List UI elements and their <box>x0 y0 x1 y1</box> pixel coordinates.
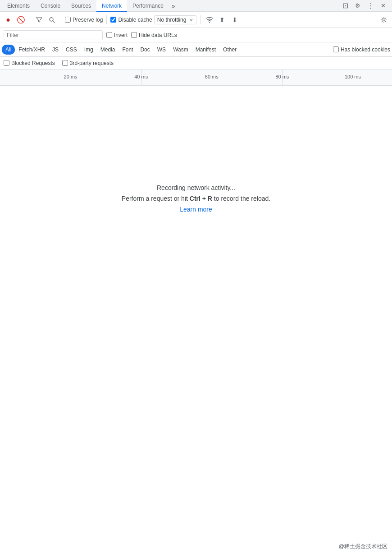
extra-filter-row: Blocked Requests 3rd-party requests <box>0 57 392 69</box>
learn-more-link[interactable]: Learn more <box>180 206 212 213</box>
desc-shortcut: Ctrl + R <box>190 195 212 202</box>
more-icon-button[interactable]: ⋮ <box>365 0 376 11</box>
disable-cache-checkbox-wrap[interactable]: Disable cache <box>110 17 152 23</box>
throttle-label: No throttling <box>157 17 187 23</box>
disable-cache-checkbox[interactable] <box>110 17 116 23</box>
timeline-tick-label: 40 ms <box>134 74 148 79</box>
type-btn-wasm[interactable]: Wasm <box>169 45 192 55</box>
type-btn-doc[interactable]: Doc <box>137 45 153 55</box>
clear-button[interactable]: 🚫 <box>15 14 26 25</box>
tab-sources[interactable]: Sources <box>66 0 96 12</box>
type-filter-right: Has blocked cookies <box>333 46 390 53</box>
timeline-tick-label: 20 ms <box>64 74 77 79</box>
search-icon <box>49 17 55 23</box>
upload-icon[interactable]: ⬆ <box>217 14 228 25</box>
empty-state: Recording network activity... Perform a … <box>0 86 392 311</box>
disable-cache-label: Disable cache <box>118 17 152 23</box>
preserve-log-checkbox-wrap[interactable]: Preserve log <box>65 17 103 23</box>
search-button[interactable] <box>46 14 57 25</box>
toolbar-sep-1 <box>30 15 30 24</box>
tab-console[interactable]: Console <box>35 0 66 12</box>
desc-after: to record the reload. <box>212 195 270 202</box>
invert-checkbox[interactable] <box>106 32 112 38</box>
svg-line-1 <box>53 21 55 23</box>
tab-performance[interactable]: Performance <box>127 0 169 12</box>
tab-elements[interactable]: Elements <box>2 0 35 12</box>
record-button[interactable]: ● <box>3 14 14 25</box>
type-btn-media[interactable]: Media <box>97 45 119 55</box>
network-toolbar: ● 🚫 Preserve log Disable cache No thrott… <box>0 12 392 28</box>
svg-point-2 <box>209 22 210 23</box>
timeline-tick-label: 80 ms <box>275 74 289 79</box>
desc-before: Perform a request or hit <box>122 195 190 202</box>
download-icon[interactable]: ⬇ <box>229 14 240 25</box>
settings-icon-button[interactable]: ⚙ <box>352 0 363 11</box>
recording-title: Recording network activity... <box>157 184 235 191</box>
type-btn-ws[interactable]: WS <box>154 45 169 55</box>
third-party-label: 3rd-party requests <box>70 60 114 66</box>
tab-network[interactable]: Network <box>96 0 127 12</box>
settings-gear-icon <box>381 17 387 23</box>
wifi-icon[interactable] <box>204 14 215 25</box>
tab-bar: Elements Console Sources Network Perform… <box>0 0 392 12</box>
third-party-checkbox[interactable] <box>62 60 68 66</box>
type-filter-row: All Fetch/XHR JS CSS Img Media Font Doc … <box>0 42 392 57</box>
type-btn-css[interactable]: CSS <box>62 45 81 55</box>
third-party-wrap[interactable]: 3rd-party requests <box>62 60 114 66</box>
close-icon-button[interactable]: ✕ <box>378 0 388 11</box>
type-btn-other[interactable]: Other <box>219 45 240 55</box>
hide-data-urls-checkbox[interactable] <box>131 32 137 38</box>
chevron-down-icon <box>189 18 193 22</box>
tab-more-button[interactable]: » <box>169 2 178 9</box>
toolbar-sep-4 <box>200 15 201 24</box>
wifi-signal-icon <box>205 17 214 23</box>
timeline-header: 20 ms40 ms60 ms80 ms100 ms <box>0 69 392 86</box>
tab-right-icons: ⊡ ⚙ ⋮ ✕ <box>340 0 390 11</box>
hide-data-urls-checkbox-wrap[interactable]: Hide data URLs <box>131 32 177 38</box>
dock-icon-button[interactable]: ⊡ <box>340 0 351 11</box>
type-btn-js[interactable]: JS <box>49 45 62 55</box>
blocked-requests-checkbox[interactable] <box>4 60 9 66</box>
invert-checkbox-wrap[interactable]: Invert <box>106 32 128 38</box>
type-btn-fetch-xhr[interactable]: Fetch/XHR <box>15 45 49 55</box>
invert-label: Invert <box>114 32 128 38</box>
type-btn-font[interactable]: Font <box>119 45 137 55</box>
has-blocked-cookies-wrap[interactable]: Has blocked cookies <box>333 46 390 53</box>
svg-point-0 <box>50 18 53 21</box>
hide-data-urls-label: Hide data URLs <box>139 32 177 38</box>
filter-row: Invert Hide data URLs <box>0 28 392 42</box>
type-btn-all[interactable]: All <box>2 45 15 55</box>
filter-input-wrap[interactable] <box>4 30 103 40</box>
svg-point-3 <box>383 18 385 21</box>
has-blocked-cookies-label: Has blocked cookies <box>341 46 390 53</box>
timeline-tick-label: 60 ms <box>205 74 219 79</box>
preserve-log-checkbox[interactable] <box>65 17 71 23</box>
filter-icon <box>36 17 42 23</box>
watermark: @稀土掘金技术社区 <box>339 543 387 550</box>
type-btn-manifest[interactable]: Manifest <box>192 45 219 55</box>
empty-state-desc: Perform a request or hit Ctrl + R to rec… <box>122 195 270 202</box>
blocked-requests-label: Blocked Requests <box>11 60 55 66</box>
timeline-tick-label: 100 ms <box>345 74 361 79</box>
preserve-log-label: Preserve log <box>73 17 103 23</box>
toolbar-sep-3 <box>106 15 107 24</box>
throttle-select[interactable]: No throttling <box>154 15 197 24</box>
toolbar-sep-2 <box>61 15 61 24</box>
has-blocked-cookies-checkbox[interactable] <box>333 46 339 52</box>
network-settings-button[interactable] <box>378 14 389 25</box>
type-btn-img[interactable]: Img <box>81 45 97 55</box>
blocked-requests-wrap[interactable]: Blocked Requests <box>4 60 55 66</box>
filter-button[interactable] <box>34 14 45 25</box>
filter-input[interactable] <box>7 32 100 38</box>
